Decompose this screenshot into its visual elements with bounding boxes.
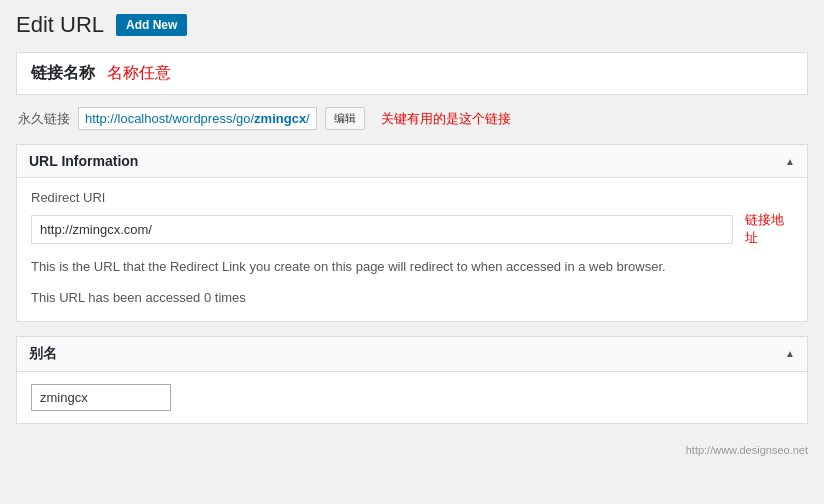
- page-header: Edit URL Add New: [16, 12, 808, 38]
- alias-body: [17, 372, 807, 423]
- alias-header[interactable]: 别名 ▲: [17, 337, 807, 372]
- link-name-section: 链接名称 名称任意: [16, 52, 808, 95]
- redirect-info-line2: This URL has been accessed 0 times: [31, 288, 793, 309]
- redirect-uri-row: 链接地址: [31, 211, 793, 247]
- permalink-edit-button[interactable]: 编辑: [325, 107, 365, 130]
- permalink-hint: 关键有用的是这个链接: [381, 110, 511, 128]
- permalink-row: 永久链接 http://localhost/wordpress/go/zming…: [16, 107, 808, 130]
- watermark-text: http://www.designseo.net: [686, 444, 808, 456]
- url-information-header[interactable]: URL Information ▲: [17, 145, 807, 178]
- link-name-hint: 名称任意: [107, 63, 171, 84]
- add-new-button[interactable]: Add New: [116, 14, 187, 36]
- alias-title: 别名: [29, 345, 57, 363]
- alias-toggle-icon: ▲: [785, 348, 795, 359]
- url-information-title: URL Information: [29, 153, 138, 169]
- url-information-body: Redirect URI 链接地址 This is the URL that t…: [17, 178, 807, 321]
- permalink-url-slug: zmingcx: [254, 111, 306, 126]
- url-information-panel: URL Information ▲ Redirect URI 链接地址 This…: [16, 144, 808, 322]
- permalink-label: 永久链接: [18, 110, 70, 128]
- link-name-label: 链接名称: [31, 63, 95, 84]
- permalink-url-suffix: /: [306, 111, 310, 126]
- redirect-info-line1: This is the URL that the Redirect Link y…: [31, 257, 793, 278]
- permalink-link[interactable]: http://localhost/wordpress/go/zmingcx/: [78, 107, 317, 130]
- alias-input[interactable]: [31, 384, 171, 411]
- watermark: http://www.designseo.net: [16, 438, 808, 462]
- url-information-toggle-icon: ▲: [785, 156, 795, 167]
- page-title: Edit URL: [16, 12, 104, 38]
- redirect-uri-label: Redirect URI: [31, 190, 793, 205]
- permalink-url-prefix: http://localhost/wordpress/go/: [85, 111, 254, 126]
- redirect-uri-input[interactable]: [31, 215, 733, 244]
- alias-panel: 别名 ▲: [16, 336, 808, 424]
- redirect-uri-hint: 链接地址: [745, 211, 793, 247]
